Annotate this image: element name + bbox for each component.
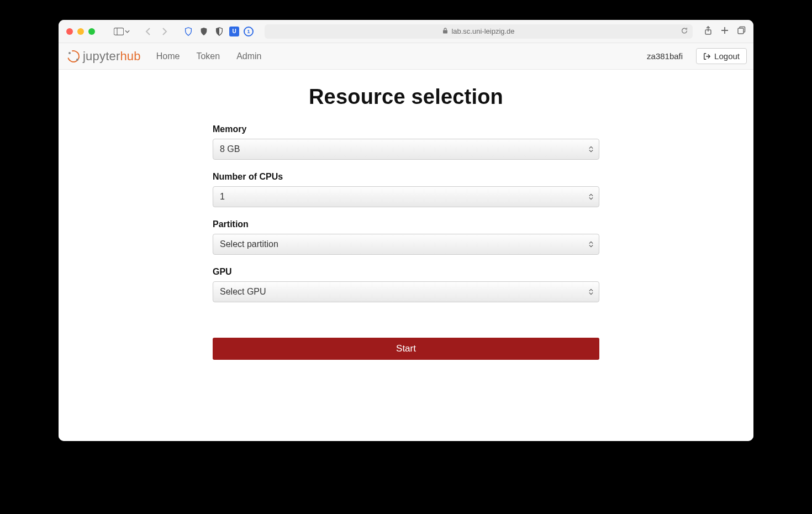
refresh-button[interactable] (681, 27, 688, 36)
jupyter-icon (67, 50, 80, 62)
nav-token[interactable]: Token (193, 51, 223, 61)
tracking-shield-icon[interactable] (183, 26, 194, 37)
toolbar-right-icons (704, 26, 746, 37)
field-partition: Partition Select partition (213, 219, 599, 255)
field-gpu: GPU Select GPU (213, 267, 599, 302)
chevron-updown-icon (589, 289, 593, 295)
cpus-select[interactable]: 1 (213, 186, 599, 207)
svg-rect-2 (443, 30, 447, 34)
chevron-updown-icon (589, 194, 593, 200)
url-text: lab.sc.uni-leipzig.de (451, 27, 514, 35)
partition-label: Partition (213, 219, 599, 229)
nav-home[interactable]: Home (153, 51, 183, 61)
chevron-updown-icon (589, 242, 593, 248)
username-display: za381bafi (647, 51, 683, 61)
jupyterhub-navbar: jupyterhub Home Token Admin za381bafi Lo… (59, 43, 753, 70)
gpu-select[interactable]: Select GPU (213, 281, 599, 302)
svg-rect-4 (738, 28, 744, 34)
new-tab-icon[interactable] (720, 26, 729, 37)
start-button[interactable]: Start (213, 338, 599, 360)
memory-value: 8 GB (220, 144, 240, 154)
share-icon[interactable] (704, 26, 713, 37)
maximize-window-button[interactable] (88, 28, 95, 35)
sidebar-toggle-button[interactable] (114, 28, 130, 35)
jupyterhub-logo[interactable]: jupyterhub (65, 49, 143, 64)
svg-rect-0 (114, 28, 123, 35)
page-title: Resource selection (213, 85, 599, 109)
browser-window: U 1 lab.sc.uni-leipzig.de (59, 20, 753, 441)
close-window-button[interactable] (66, 28, 73, 35)
privacy-shield-icon[interactable] (198, 26, 209, 37)
field-cpus: Number of CPUs 1 (213, 172, 599, 207)
minimize-window-button[interactable] (77, 28, 84, 35)
window-controls (66, 28, 95, 35)
browser-toolbar: U 1 lab.sc.uni-leipzig.de (59, 20, 753, 43)
forward-button[interactable] (159, 26, 170, 37)
field-memory: Memory 8 GB (213, 124, 599, 160)
logout-icon (703, 53, 711, 60)
tabs-overview-icon[interactable] (737, 26, 746, 37)
onepassword-icon[interactable]: 1 (244, 27, 254, 36)
back-button[interactable] (143, 26, 154, 37)
ublock-icon[interactable]: U (229, 27, 239, 36)
url-bar[interactable]: lab.sc.uni-leipzig.de (265, 24, 693, 39)
memory-select[interactable]: 8 GB (213, 139, 599, 160)
gpu-label: GPU (213, 267, 599, 277)
cpus-value: 1 (220, 192, 225, 202)
page-content: Resource selection Memory 8 GB Number of… (59, 70, 753, 441)
partition-value: Select partition (220, 239, 278, 249)
memory-label: Memory (213, 124, 599, 134)
shield-half-icon[interactable] (214, 26, 225, 37)
resource-form: Resource selection Memory 8 GB Number of… (213, 70, 599, 360)
chevron-updown-icon (589, 146, 593, 153)
partition-select[interactable]: Select partition (213, 234, 599, 255)
gpu-value: Select GPU (220, 287, 266, 297)
logout-label: Logout (714, 51, 740, 61)
brand-text: jupyterhub (83, 49, 141, 64)
nav-admin[interactable]: Admin (233, 51, 265, 61)
logout-button[interactable]: Logout (696, 48, 747, 64)
cpus-label: Number of CPUs (213, 172, 599, 182)
lock-icon (442, 28, 448, 35)
